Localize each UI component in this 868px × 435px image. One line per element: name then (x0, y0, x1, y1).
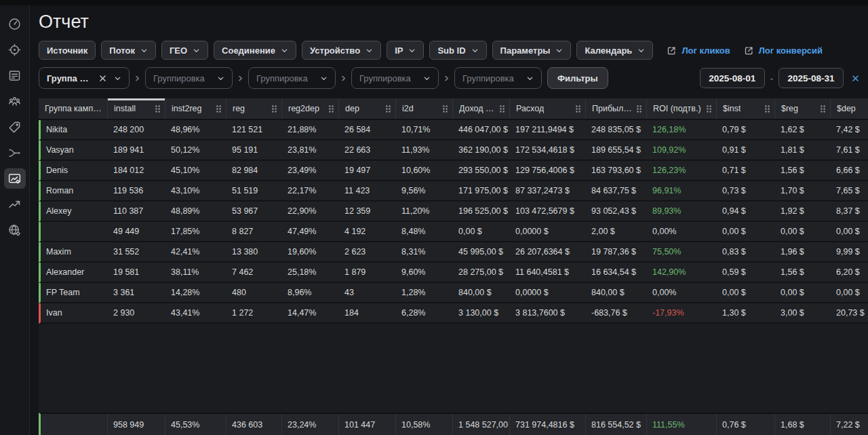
filter-button[interactable]: IP (387, 41, 424, 60)
column-header[interactable]: dep (339, 98, 396, 119)
log-link[interactable]: Лог конверсий (744, 45, 823, 56)
group-select-placeholder-label: Группировка (359, 73, 416, 83)
column-header[interactable]: Доход (… (453, 98, 510, 119)
column-header[interactable]: Группа кампании (39, 98, 108, 119)
drag-handle-icon[interactable] (155, 105, 161, 113)
sidebar-item[interactable] (4, 65, 26, 86)
page-title: Отчет (39, 11, 868, 33)
group-select-placeholder[interactable]: Группировка (248, 67, 336, 89)
filters-button[interactable]: Фильтры (547, 67, 608, 89)
table-cell: 184 (339, 308, 396, 318)
column-header[interactable]: $dep (831, 98, 868, 119)
log-link[interactable]: Лог кликов (667, 45, 730, 56)
table-row[interactable]: Alexey110 38748,89%53 96722,90%12 35911,… (39, 202, 868, 222)
column-header-label: reg2dep (288, 104, 319, 113)
sidebar-item[interactable] (4, 194, 26, 214)
table-row[interactable]: Ivan2 93043,41%1 27214,47%1846,28%3 130,… (39, 303, 868, 324)
table-cell: 0,00 $ (453, 227, 510, 236)
table-cell: 189 655,54 $ (586, 145, 647, 155)
campaign-group-name: Denis (41, 166, 108, 175)
table-cell: 16 634,54 $ (586, 267, 647, 277)
table-cell: 10,60% (396, 166, 453, 175)
table-cell: 293 550,00 $ (453, 166, 510, 175)
filter-button[interactable]: Соединение (214, 41, 296, 60)
drag-handle-icon[interactable] (442, 105, 448, 113)
table-cell: 2 930 (108, 308, 165, 318)
drag-handle-icon[interactable] (385, 105, 391, 113)
table-cell: 197 211,9494 $ (510, 125, 586, 134)
column-header[interactable]: Прибыл… (586, 98, 647, 119)
table-cell: 4 192 (339, 227, 396, 236)
column-header-label: $dep (837, 104, 856, 113)
column-header[interactable]: reg (226, 98, 282, 119)
date-from-input[interactable]: 2025-08-01 (700, 68, 765, 88)
document-icon (7, 69, 22, 83)
table-row[interactable]: Roman119 53643,10%51 51922,17%11 4239,56… (39, 181, 868, 202)
filter-button-label: Sub ID (437, 45, 465, 56)
table-cell: 23,49% (282, 166, 339, 175)
campaign-group-name: Roman (41, 186, 108, 195)
table-cell: 14,28% (165, 288, 226, 297)
report-table: Группа кампанииinstallinst2regregreg2dep… (39, 98, 868, 435)
table-cell: 10,71% (396, 125, 453, 134)
filter-button[interactable]: Источник (39, 41, 96, 60)
filter-button[interactable]: Параметры (492, 41, 572, 60)
totals-name-cell (41, 414, 108, 435)
sidebar-item[interactable] (4, 14, 26, 34)
column-header[interactable]: inst2reg (165, 98, 226, 119)
drag-handle-icon[interactable] (271, 105, 277, 113)
external-link-icon (667, 45, 677, 56)
sidebar-item[interactable] (4, 91, 26, 111)
sidebar-item[interactable] (4, 117, 26, 137)
date-range-dash: - (770, 73, 773, 83)
drag-handle-icon[interactable] (328, 105, 334, 113)
chevron-down-icon (193, 47, 200, 54)
drag-handle-icon[interactable] (575, 105, 581, 113)
clear-date-filter-button[interactable] (851, 74, 860, 83)
column-header[interactable]: install (108, 98, 165, 119)
campaign-group-name: Nikita (41, 125, 108, 134)
drag-handle-icon[interactable] (216, 105, 222, 113)
totals-cell: 1,68 $ (775, 414, 831, 435)
drag-handle-icon[interactable] (764, 105, 770, 113)
table-cell: 45 995,00 $ (453, 247, 510, 257)
sidebar-item[interactable] (4, 168, 26, 189)
group-select-placeholder[interactable]: Группировка (454, 67, 542, 89)
table-row[interactable]: Alexander19 58138,11%7 46225,18%1 8799,6… (39, 263, 868, 283)
external-link-icon (744, 45, 754, 56)
column-header[interactable]: Расход (510, 98, 586, 119)
drag-handle-icon[interactable] (636, 105, 642, 113)
filter-button[interactable]: Календарь (576, 41, 653, 60)
table-cell: 172 534,4618 $ (510, 145, 586, 155)
filter-button[interactable]: ГЕО (161, 41, 208, 60)
group-select-placeholder[interactable]: Группировка (351, 67, 439, 89)
table-row[interactable]: Vasyan189 94150,12%95 19123,81%22 66311,… (39, 140, 868, 161)
filter-button[interactable]: Sub ID (429, 41, 486, 60)
table-row[interactable]: Maxim31 55242,41%13 38019,60%2 6238,31%4… (39, 242, 868, 263)
table-row[interactable]: Denis184 01245,10%82 98423,49%19 49710,6… (39, 161, 868, 181)
sidebar-item[interactable] (4, 220, 26, 240)
sidebar-item[interactable] (4, 39, 26, 60)
group-select-selected[interactable]: Группа к… (39, 67, 130, 89)
filter-button[interactable]: Поток (101, 41, 156, 60)
totals-cell: 111,55% (647, 414, 717, 435)
date-to-input[interactable]: 2025-08-31 (778, 68, 844, 88)
table-row[interactable]: Nikita248 20048,96%121 52121,88%26 58410… (39, 120, 868, 140)
column-header[interactable]: $reg (775, 98, 831, 119)
drag-handle-icon[interactable] (706, 105, 712, 113)
sidebar-item[interactable] (4, 143, 26, 163)
table-row[interactable]: 49 44917,85%8 82747,49%4 1928,48%0,00 $0… (39, 222, 868, 242)
drag-handle-icon[interactable] (820, 105, 826, 113)
column-header[interactable]: reg2dep (282, 98, 339, 119)
column-header[interactable]: i2d (396, 98, 453, 119)
group-select-placeholder[interactable]: Группировка (145, 67, 233, 89)
table-cell: 13 380 (226, 247, 282, 257)
table-cell: 0,83 $ (717, 247, 775, 257)
column-header[interactable]: ROI (подтв.) (647, 98, 717, 119)
filter-button[interactable]: Устройство (302, 41, 381, 60)
table-cell: 184 012 (108, 166, 165, 175)
close-icon[interactable] (98, 74, 107, 83)
column-header[interactable]: $inst (717, 98, 775, 119)
drag-handle-icon[interactable] (499, 105, 505, 113)
table-row[interactable]: FP Team3 36114,28%4808,96%431,28%840,00 … (39, 283, 868, 303)
